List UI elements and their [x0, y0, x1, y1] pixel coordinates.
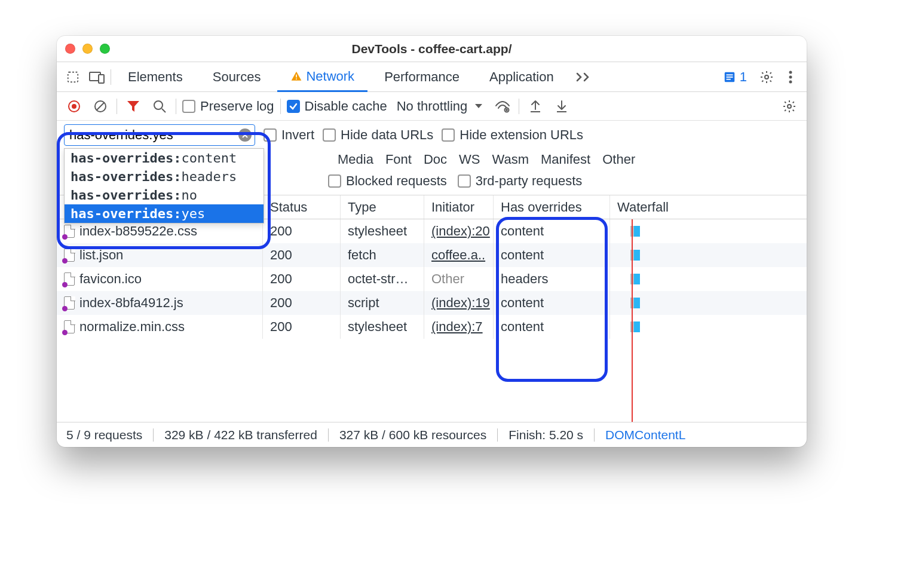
cell-waterfall — [610, 315, 807, 339]
suggestion-item[interactable]: has-overrides:headers — [65, 167, 264, 186]
minimize-window-button[interactable] — [82, 44, 93, 54]
svg-rect-6 — [726, 74, 733, 75]
cell-name: list.json — [79, 247, 123, 263]
cell-waterfall — [610, 219, 807, 243]
network-toolbar: Preserve log Disable cache No throttling — [57, 92, 807, 121]
status-requests: 5 / 9 requests — [66, 428, 142, 442]
more-tabs-button[interactable] — [571, 67, 597, 87]
file-override-icon — [64, 225, 75, 238]
svg-point-14 — [72, 104, 76, 109]
search-icon[interactable] — [149, 96, 170, 117]
download-har-icon[interactable] — [552, 96, 572, 117]
maximize-window-button[interactable] — [100, 44, 110, 54]
svg-point-9 — [765, 75, 768, 79]
checkbox-checked-icon — [287, 100, 300, 113]
suggestion-item[interactable]: has-overrides:content — [65, 149, 264, 167]
record-button[interactable] — [64, 96, 84, 117]
settings-icon[interactable] — [756, 67, 777, 87]
inspect-icon[interactable] — [63, 67, 83, 87]
tab-network[interactable]: Network — [277, 63, 367, 92]
cell-initiator[interactable]: (index):20 — [431, 223, 490, 239]
status-resources: 327 kB / 600 kB resources — [339, 428, 486, 442]
svg-rect-4 — [296, 78, 298, 79]
main-tabs: Elements Sources Network Performance App… — [57, 62, 807, 92]
tab-application[interactable]: Application — [476, 62, 567, 91]
checkbox-icon — [182, 100, 195, 113]
hide-data-urls-toggle[interactable]: Hide data URLs — [323, 127, 433, 143]
waterfall-load-marker — [632, 219, 633, 422]
close-window-button[interactable] — [65, 44, 75, 54]
cell-initiator[interactable]: (index):19 — [431, 295, 490, 311]
throttling-select[interactable]: No throttling — [393, 99, 487, 114]
status-domcontentloaded: DOMContentL — [605, 428, 685, 442]
clear-filter-icon[interactable] — [238, 128, 252, 142]
invert-toggle[interactable]: Invert — [264, 127, 314, 143]
third-party-toggle[interactable]: 3rd-party requests — [458, 173, 583, 189]
cell-has-overrides: headers — [494, 267, 610, 291]
svg-point-21 — [788, 105, 791, 108]
preserve-log-toggle[interactable]: Preserve log — [182, 99, 274, 114]
cell-type: script — [341, 291, 424, 315]
filter-row: has-overrides:content has-overrides:head… — [57, 121, 807, 149]
filter-type-media[interactable]: Media — [338, 152, 373, 167]
tab-performance[interactable]: Performance — [371, 62, 473, 91]
table-row[interactable]: favicon.ico200octet-str…Otherheaders — [57, 267, 807, 291]
col-type[interactable]: Type — [341, 195, 424, 219]
col-waterfall[interactable]: Waterfall — [610, 195, 807, 219]
traffic-lights — [65, 44, 110, 54]
blocked-requests-toggle[interactable]: Blocked requests — [328, 173, 447, 189]
cell-name: normalize.min.css — [79, 319, 185, 335]
cell-status: 200 — [263, 291, 341, 315]
hide-extension-urls-toggle[interactable]: Hide extension URLs — [442, 127, 583, 143]
svg-rect-7 — [726, 76, 733, 78]
kebab-menu-icon[interactable] — [780, 67, 801, 87]
table-row[interactable]: list.json200fetchcoffee.a..content — [57, 243, 807, 267]
cell-has-overrides: content — [494, 291, 610, 315]
filter-input[interactable] — [64, 124, 255, 146]
cell-initiator[interactable]: (index):7 — [431, 319, 483, 335]
network-conditions-icon[interactable] — [492, 96, 513, 117]
checkbox-icon — [323, 128, 336, 142]
table-row[interactable]: index-8bfa4912.js200script(index):19cont… — [57, 291, 807, 315]
filter-icon[interactable] — [123, 96, 143, 117]
disable-cache-toggle[interactable]: Disable cache — [287, 99, 387, 114]
suggestion-item[interactable]: has-overrides:no — [65, 186, 264, 204]
col-status[interactable]: Status — [263, 195, 341, 219]
table-row[interactable]: normalize.min.css200stylesheet(index):7c… — [57, 315, 807, 339]
col-has-overrides[interactable]: Has overrides — [494, 195, 610, 219]
filter-type-other[interactable]: Other — [602, 152, 635, 167]
cell-status: 200 — [263, 315, 341, 339]
checkbox-icon — [264, 128, 277, 142]
cell-type: stylesheet — [341, 219, 424, 243]
status-finish: Finish: 5.20 s — [508, 428, 583, 442]
chevron-down-icon — [474, 103, 483, 109]
col-initiator[interactable]: Initiator — [424, 195, 494, 219]
cell-waterfall — [610, 267, 807, 291]
svg-point-17 — [154, 101, 163, 109]
upload-har-icon[interactable] — [525, 96, 546, 117]
cell-initiator[interactable]: coffee.a.. — [431, 247, 485, 263]
suggestion-item-selected[interactable]: has-overrides:yes — [65, 204, 264, 223]
issues-button[interactable]: 1 — [723, 69, 747, 85]
clear-button[interactable] — [90, 96, 111, 117]
filter-type-manifest[interactable]: Manifest — [541, 152, 590, 167]
svg-point-20 — [506, 109, 507, 111]
filter-type-font[interactable]: Font — [385, 152, 412, 167]
filter-type-wasm[interactable]: Wasm — [492, 152, 529, 167]
filter-type-doc[interactable]: Doc — [424, 152, 447, 167]
cell-type: stylesheet — [341, 315, 424, 339]
cell-type: fetch — [341, 243, 424, 267]
tab-elements[interactable]: Elements — [115, 62, 196, 91]
file-override-icon — [64, 320, 75, 333]
filter-type-ws[interactable]: WS — [459, 152, 480, 167]
file-override-icon — [64, 296, 75, 310]
network-settings-icon[interactable] — [779, 96, 799, 117]
cell-waterfall — [610, 243, 807, 267]
status-bar: 5 / 9 requests 329 kB / 422 kB transferr… — [57, 422, 807, 447]
svg-rect-3 — [296, 74, 298, 77]
device-toggle-icon[interactable] — [87, 67, 107, 87]
tab-sources[interactable]: Sources — [200, 62, 274, 91]
network-table: Name Status Type Initiator Has overrides… — [57, 195, 807, 422]
status-transferred: 329 kB / 422 kB transferred — [164, 428, 317, 442]
devtools-window: DevTools - coffee-cart.app/ Elements Sou… — [57, 36, 807, 447]
